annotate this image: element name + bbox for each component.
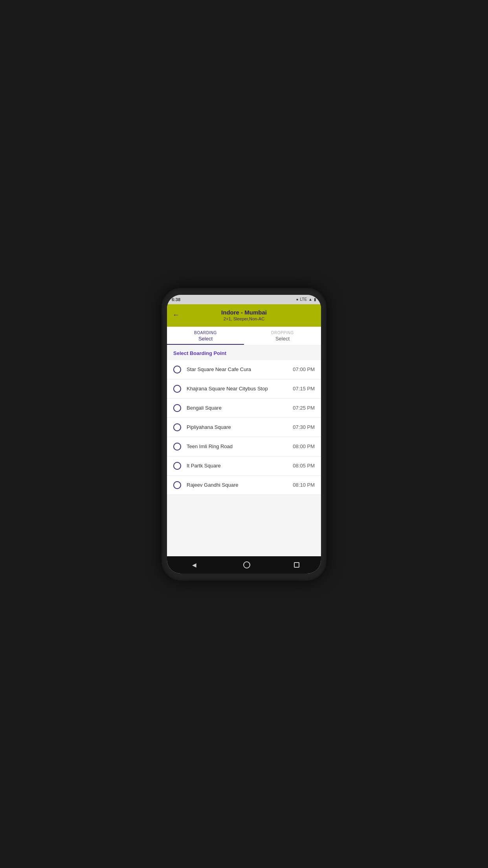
- nav-bar: ◀: [167, 556, 321, 574]
- radio-button[interactable]: [173, 366, 181, 373]
- network-icon: ●: [296, 297, 298, 302]
- radio-button[interactable]: [173, 462, 181, 470]
- signal-icon: ▲: [308, 297, 312, 302]
- stop-item[interactable]: Star Square Near Cafe Cura07:00 PM: [167, 360, 321, 379]
- stop-item[interactable]: Bengali Square07:25 PM: [167, 399, 321, 418]
- stop-time: 08:10 PM: [293, 482, 315, 488]
- tab-boarding[interactable]: BOARDING Select: [167, 327, 244, 345]
- stop-name: Teen Imli Ring Road: [187, 443, 293, 449]
- header-center: Indore - Mumbai 2+1, Sleeper,Non-AC: [173, 309, 315, 321]
- phone-frame: 6:38 ● LTE ▲ ▮ ← Indore - Mumbai 2+1, Sl…: [161, 288, 327, 581]
- dropping-tab-label: DROPPING: [247, 331, 318, 335]
- stop-name: It Partk Square: [187, 463, 293, 469]
- header-title: Indore - Mumbai: [173, 309, 315, 316]
- radio-button[interactable]: [173, 443, 181, 451]
- app-header: ← Indore - Mumbai 2+1, Sleeper,Non-AC: [167, 304, 321, 327]
- stop-name: Bengali Square: [187, 405, 293, 411]
- radio-button[interactable]: [173, 404, 181, 412]
- stop-time: 07:25 PM: [293, 405, 315, 411]
- radio-button[interactable]: [173, 385, 181, 393]
- status-bar: 6:38 ● LTE ▲ ▮: [167, 295, 321, 304]
- stop-item[interactable]: Teen Imli Ring Road08:00 PM: [167, 437, 321, 456]
- stop-time: 07:00 PM: [293, 366, 315, 372]
- back-button[interactable]: ←: [172, 311, 180, 319]
- nav-back-button[interactable]: ◀: [189, 559, 200, 571]
- radio-button[interactable]: [173, 423, 181, 431]
- status-time: 6:38: [172, 297, 180, 302]
- stop-name: Star Square Near Cafe Cura: [187, 366, 293, 372]
- stop-item[interactable]: Rajeev Gandhi Square08:10 PM: [167, 476, 321, 495]
- section-title: Select Boarding Point: [167, 345, 321, 360]
- stop-list: Star Square Near Cafe Cura07:00 PMKhajra…: [167, 360, 321, 495]
- status-icons: ● LTE ▲ ▮: [296, 297, 316, 302]
- radio-button[interactable]: [173, 481, 181, 489]
- stop-name: Rajeev Gandhi Square: [187, 482, 293, 488]
- content-area: Select Boarding Point Star Square Near C…: [167, 345, 321, 556]
- boarding-tab-value: Select: [170, 336, 241, 342]
- boarding-tab-label: BOARDING: [170, 331, 241, 335]
- stop-time: 07:15 PM: [293, 386, 315, 392]
- stop-time: 07:30 PM: [293, 424, 315, 430]
- stop-item[interactable]: It Partk Square08:05 PM: [167, 456, 321, 476]
- header-subtitle: 2+1, Sleeper,Non-AC: [173, 316, 315, 321]
- stop-name: Khajrana Square Near Citybus Stop: [187, 386, 293, 392]
- dropping-tab-value: Select: [247, 336, 318, 342]
- nav-recents-button[interactable]: [294, 562, 299, 568]
- tabs-container: BOARDING Select DROPPING Select: [167, 327, 321, 345]
- battery-icon: ▮: [314, 297, 316, 302]
- tab-dropping[interactable]: DROPPING Select: [244, 327, 321, 345]
- stop-item[interactable]: Khajrana Square Near Citybus Stop07:15 P…: [167, 379, 321, 399]
- lte-label: LTE: [300, 297, 307, 302]
- stop-item[interactable]: Pipliyahana Square07:30 PM: [167, 418, 321, 437]
- stop-name: Pipliyahana Square: [187, 424, 293, 430]
- stop-time: 08:00 PM: [293, 443, 315, 449]
- phone-screen: 6:38 ● LTE ▲ ▮ ← Indore - Mumbai 2+1, Sl…: [167, 295, 321, 574]
- stop-time: 08:05 PM: [293, 463, 315, 469]
- nav-home-button[interactable]: [243, 561, 250, 568]
